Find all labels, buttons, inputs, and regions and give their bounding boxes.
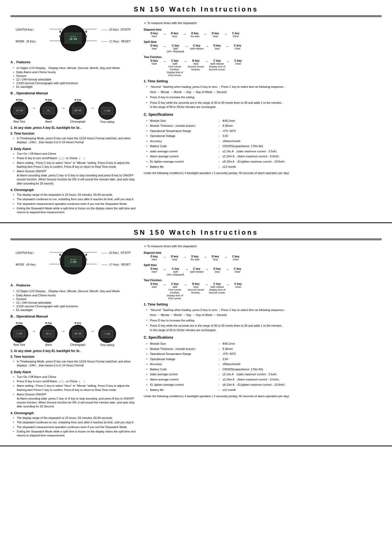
mode-arrow-1: → [32, 329, 36, 334]
elapsed-action-1: Stop [172, 258, 177, 261]
two-finishes-arrow-1: → [183, 282, 187, 287]
spec-name-3: Operational Voltage [150, 134, 218, 138]
feature-item-1: Daily Alarm and Chime hourly [13, 71, 136, 74]
features-title: A．Features [10, 283, 136, 288]
two-finishes-step-2: D keyStop Second runner finishes. [188, 59, 204, 71]
spec-item-5: Battery Code：CR2025(capacitance: 170m Ah… [146, 144, 382, 148]
spec-value-9: ≥12 month [222, 388, 382, 392]
bkey-label-0: B Key [16, 322, 23, 324]
spec-colon-5: ： [218, 144, 221, 148]
feature-item-3: 12 / 24H format selectable [13, 78, 136, 81]
spec-name-2: Operational Temperature Range [150, 352, 218, 356]
spec-sub-7: （Alarm maximum current：8.0mA） [235, 155, 281, 158]
split-key-4: C key [234, 44, 241, 47]
right-column: ➢ To measure times with the stopwatch:El… [144, 21, 382, 217]
bkey-label-0: B Key [16, 99, 23, 101]
two-finishes-key-4: C key [234, 59, 242, 62]
d-key-label: ——（D Key）ST/STP [101, 251, 131, 255]
mode-label-3: Time setting [100, 344, 114, 347]
two-finishes-arrow-2: → [205, 59, 208, 64]
spec-item-3: Operational Voltage：3.0V [146, 134, 382, 138]
spec-item-4: Accuracy：±90sec/month [146, 362, 382, 366]
spec-colon-4: ： [218, 362, 221, 366]
two-finishes-key-1: C key [171, 59, 178, 62]
split-action-0: Start [152, 270, 157, 273]
split-step-3: D keyStop [209, 44, 225, 50]
section-list-1: Turn On / Off Alarm and ChimePress D key… [10, 375, 136, 409]
mode-watch-0: 10:08 [10, 102, 28, 119]
time-setting-list: "Second " flashing when loading ,press D… [144, 85, 382, 109]
split-flow: D keyStart→C keySplit (SPL displayed)→C … [146, 267, 382, 276]
time-setting-list: "Second " flashing when loading ,press D… [144, 308, 382, 332]
split-step-4: C keyClear [230, 44, 245, 50]
split-step-2: C keySplit release [189, 267, 205, 273]
spec-name-8: EL lighten average current [150, 159, 218, 164]
mode-display-2: 00:00 [74, 332, 81, 335]
spec-value-3: 3.0V [222, 357, 382, 361]
spec-value-5: CR2025(capacitance: 170m Ah) [222, 367, 382, 372]
spec-name-7: Alarm average current [150, 377, 218, 382]
spec-sub-7: （Alarm maximum current：8.0mA） [235, 378, 281, 381]
section-title-2: 4. Chronograph [10, 188, 136, 192]
features-title: A．Features [10, 60, 136, 65]
spec-item-1: Module Thickness（include buzzer）：9.30mm [146, 124, 382, 128]
section-item-2-1: The stopwatch continues to run, restarti… [13, 420, 136, 424]
spec-value-0: Φ36.2mm [222, 119, 382, 123]
split-arrow-0: → [163, 267, 166, 272]
spec-name-7: Alarm average current [150, 154, 218, 159]
spec-colon-7: ： [218, 377, 221, 382]
two-finishes-action-0: Start [152, 62, 157, 65]
spec-sub-6: （static maximum current：3.5uA） [234, 373, 279, 376]
spec-item-0: Module Size：Φ36.2mm [146, 119, 382, 123]
spec-item-2: Operational Temperature Range：-0℃~50℃ [146, 129, 382, 133]
spec-value-0: Φ36.2mm [222, 342, 382, 346]
spec-item-6: static average current：≤2.14u A （static … [146, 149, 382, 154]
two-finishes-key-4: C key [234, 282, 242, 285]
specs-list: Module Size：Φ36.2mmModule Thickness（incl… [144, 342, 382, 392]
spec-colon-9: ： [218, 388, 221, 392]
elapsed-arrow-0: → [163, 255, 166, 259]
spec-name-8: EL lighten average current [150, 383, 218, 387]
split-key-3: D key [214, 44, 221, 47]
stopwatch-intro: ➢ To measure times with the stopwatch: [144, 21, 382, 25]
spec-name-1: Module Thickness（include buzzer） [150, 347, 218, 351]
section-title-1: 3. Daily Alarm [10, 370, 136, 374]
elapsed-key-3: D key [212, 255, 219, 258]
bkey-label-1: B Key [45, 322, 52, 324]
right-column: ➢ To measure times with the stopwatch:El… [144, 244, 382, 440]
two-finishes-step-3: C keySplit release Display time of Secon… [209, 59, 226, 71]
feature-item-5: EL backlight [13, 85, 136, 88]
elapsed-key-4: C key [232, 32, 239, 35]
mode-arrow-2: → [61, 106, 65, 111]
two-finishes-action-1: Split First runner Finishes. Display tim… [167, 62, 183, 77]
mode-watch-inner-0: 1:08 [14, 330, 25, 337]
split-action-3: Stop [215, 270, 220, 273]
two-finishes-flow: D keyStart→C keySplit First runner Finis… [146, 282, 382, 300]
time-setting-title: 1. Time Setting [144, 79, 382, 83]
split-action-1: Split (SPL displayed) [167, 47, 184, 53]
spec-name-0: Module Size [150, 119, 218, 123]
section-list-0: In Timekeeping Mode, press D key can hav… [10, 360, 136, 368]
mode-display-0: 1:08 [16, 332, 22, 335]
split-step-4: C keyClear [230, 267, 245, 273]
mode-display-3: 7:08 [104, 109, 110, 112]
elapsed-step-2: D keyRe-start [187, 32, 203, 38]
two-finishes-key-0: D key [151, 59, 158, 62]
mode-watch-3: 7:08 [98, 325, 116, 343]
spec-name-2: Operational Temperature Range [150, 129, 218, 133]
section-title-0: 2. Time function [10, 132, 136, 135]
elapsed-step-3: D keyStop [207, 32, 223, 38]
feature-item-3: 12 / 24H format selectable [13, 301, 136, 304]
mode-box-2: B Key 00:00 Chronograph [69, 322, 87, 346]
under-note: Under the following conditions:( 4 backl… [144, 394, 382, 399]
spec-item-9: Battery life：≥12 month [146, 165, 382, 169]
section-item-2-3: Exiting the Stopwatch Mode while a split… [13, 206, 136, 215]
spec-colon-3: ： [218, 134, 221, 138]
section-item-1-2: Alarm setting : Press C key to select "H… [13, 384, 136, 392]
section-item-2-1: The stopwatch continues to run, restarti… [13, 197, 136, 201]
section-title-0: 2. Time function [10, 355, 136, 359]
split-container: Split timeD keyStart→C keySplit (SPL dis… [144, 263, 382, 276]
spec-colon-1: ： [218, 347, 221, 351]
time-setting-title: 1. Time Setting [144, 302, 382, 306]
mode-arrow-2: → [61, 329, 65, 334]
